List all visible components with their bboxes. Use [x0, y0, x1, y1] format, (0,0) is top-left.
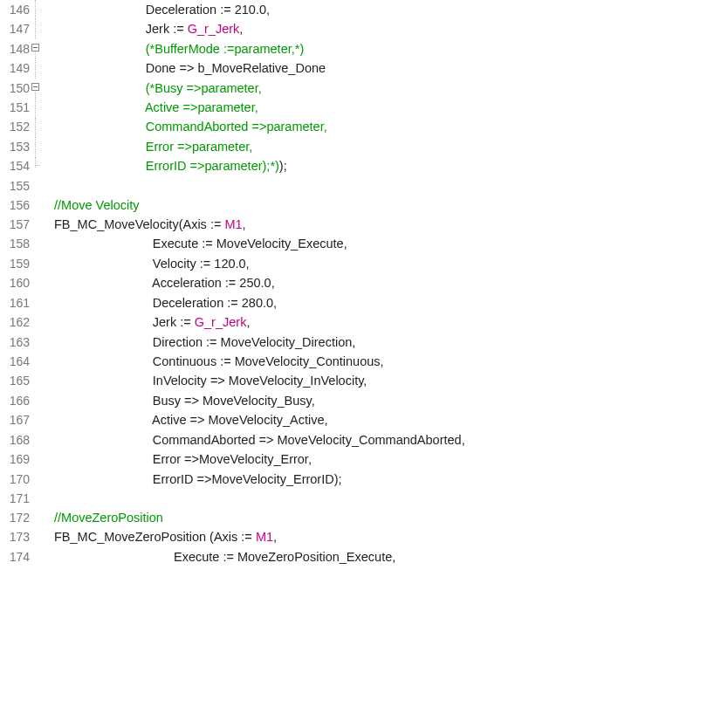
- line-number: 163: [0, 333, 31, 352]
- code-token: CommandAborted => MoveVelocity_CommandAb…: [54, 433, 465, 447]
- code-line[interactable]: 154 ErrorID =>parameter);*));: [0, 157, 728, 176]
- code-content[interactable]: Velocity := 120.0,: [51, 254, 728, 273]
- code-content[interactable]: Error =>parameter,: [51, 137, 728, 156]
- code-content[interactable]: ErrorID =>MoveVelocity_ErrorID);: [51, 470, 728, 489]
- line-number: 147: [0, 19, 31, 38]
- code-content[interactable]: [51, 489, 728, 508]
- code-token: FB_MC_MoveZeroPosition (Axis :=: [54, 530, 256, 544]
- code-line[interactable]: 162 Jerk := G_r_Jerk,: [0, 312, 728, 332]
- code-content[interactable]: (*Busy =>parameter,: [51, 79, 728, 98]
- code-content[interactable]: FB_MC_MoveVelocity(Axis := M1,: [51, 215, 728, 234]
- code-content[interactable]: Deceleration := 280.0,: [51, 293, 728, 312]
- code-token: Deceleration := 210.0,: [54, 3, 270, 17]
- fold-gutter: [31, 118, 51, 137]
- code-line[interactable]: 156//Move Velocity: [0, 196, 728, 215]
- code-editor[interactable]: 146 Deceleration := 210.0,147 Jerk := G_…: [0, 0, 728, 566]
- code-content[interactable]: CommandAborted => MoveVelocity_CommandAb…: [51, 430, 728, 450]
- code-line[interactable]: 172//MoveZeroPosition: [0, 508, 728, 527]
- code-content[interactable]: [51, 176, 728, 196]
- line-number: 164: [0, 352, 31, 371]
- code-content[interactable]: Execute := MoveZeroPosition_Execute,: [51, 547, 728, 566]
- code-line[interactable]: 168 CommandAborted => MoveVelocity_Comma…: [0, 430, 728, 450]
- code-line[interactable]: 174 Execute := MoveZeroPosition_Execute,: [0, 547, 728, 566]
- code-line[interactable]: 159 Velocity := 120.0,: [0, 254, 728, 273]
- code-line[interactable]: 169 Error =>MoveVelocity_Error,: [0, 450, 728, 469]
- fold-gutter: [31, 235, 51, 254]
- code-line[interactable]: 165 InVelocity => MoveVelocity_InVelocit…: [0, 372, 728, 391]
- code-line[interactable]: 152 CommandAborted =>parameter,: [0, 118, 728, 137]
- code-token: Direction := MoveVelocity_Direction,: [54, 335, 355, 349]
- code-line[interactable]: 161 Deceleration := 280.0,: [0, 293, 728, 312]
- code-line[interactable]: 163 Direction := MoveVelocity_Direction,: [0, 333, 728, 352]
- code-line[interactable]: 167 Active => MoveVelocity_Active,: [0, 411, 728, 430]
- code-content[interactable]: //MoveZeroPosition: [51, 508, 728, 527]
- fold-gutter: [31, 19, 51, 38]
- code-line[interactable]: 147 Jerk := G_r_Jerk,: [0, 19, 728, 38]
- code-line[interactable]: 148 (*BufferMode :=parameter,*): [0, 39, 728, 58]
- code-token: Execute := MoveZeroPosition_Execute,: [54, 550, 395, 564]
- code-token: (*BufferMode :=parameter,*): [146, 42, 304, 56]
- code-content[interactable]: InVelocity => MoveVelocity_InVelocity,: [51, 372, 728, 391]
- code-content[interactable]: Execute := MoveVelocity_Execute,: [51, 235, 728, 254]
- code-line[interactable]: 171: [0, 489, 728, 508]
- line-number: 154: [0, 157, 31, 176]
- code-content[interactable]: Acceleration := 250.0,: [51, 273, 728, 292]
- code-token: [54, 120, 146, 134]
- code-content[interactable]: (*BufferMode :=parameter,*): [51, 39, 728, 58]
- fold-gutter: [31, 176, 51, 196]
- code-line[interactable]: 164 Continuous := MoveVelocity_Continuou…: [0, 352, 728, 371]
- code-token: ,: [246, 315, 250, 329]
- fold-gutter: [31, 254, 51, 273]
- fold-gutter: [31, 98, 51, 117]
- code-line[interactable]: 146 Deceleration := 210.0,: [0, 0, 728, 19]
- line-number: 170: [0, 470, 31, 489]
- code-line[interactable]: 153 Error =>parameter,: [0, 137, 728, 156]
- fold-gutter: [31, 79, 51, 98]
- code-line[interactable]: 149 Done => b_MoveRelative_Done: [0, 58, 728, 78]
- code-content[interactable]: Direction := MoveVelocity_Direction,: [51, 333, 728, 352]
- code-line[interactable]: 155: [0, 176, 728, 196]
- code-token: Error =>parameter,: [146, 140, 253, 154]
- code-line[interactable]: 158 Execute := MoveVelocity_Execute,: [0, 235, 728, 254]
- code-line[interactable]: 166 Busy => MoveVelocity_Busy,: [0, 391, 728, 410]
- code-line[interactable]: 173FB_MC_MoveZeroPosition (Axis := M1,: [0, 528, 728, 547]
- code-content[interactable]: Active =>parameter,: [51, 98, 728, 117]
- line-number: 172: [0, 508, 31, 527]
- line-number: 157: [0, 215, 31, 234]
- code-token: M1: [256, 530, 273, 544]
- code-content[interactable]: Active => MoveVelocity_Active,: [51, 411, 728, 430]
- code-content[interactable]: //Move Velocity: [51, 196, 728, 215]
- code-line[interactable]: 160 Acceleration := 250.0,: [0, 273, 728, 292]
- code-content[interactable]: ErrorID =>parameter);*));: [51, 157, 728, 176]
- code-content[interactable]: Jerk := G_r_Jerk,: [51, 312, 728, 332]
- line-number: 160: [0, 273, 31, 292]
- code-token: Busy => MoveVelocity_Busy,: [54, 394, 315, 408]
- code-token: );: [279, 159, 287, 173]
- code-token: FB_MC_MoveVelocity(Axis :=: [54, 217, 224, 231]
- code-token: M1: [224, 217, 242, 231]
- code-content[interactable]: Error =>MoveVelocity_Error,: [51, 450, 728, 469]
- code-content[interactable]: Busy => MoveVelocity_Busy,: [51, 391, 728, 410]
- fold-gutter: [31, 215, 51, 234]
- code-content[interactable]: Done => b_MoveRelative_Done: [51, 58, 728, 78]
- code-line[interactable]: 150 (*Busy =>parameter,: [0, 79, 728, 98]
- code-content[interactable]: Deceleration := 210.0,: [51, 0, 728, 19]
- fold-gutter: [31, 333, 51, 352]
- fold-toggle-icon[interactable]: [31, 83, 39, 91]
- fold-gutter: [31, 58, 51, 78]
- code-content[interactable]: CommandAborted =>parameter,: [51, 118, 728, 137]
- fold-gutter: [31, 489, 51, 508]
- code-line[interactable]: 151 Active =>parameter,: [0, 98, 728, 117]
- line-number: 167: [0, 411, 31, 430]
- fold-toggle-icon[interactable]: [31, 44, 39, 51]
- code-content[interactable]: FB_MC_MoveZeroPosition (Axis := M1,: [51, 528, 728, 547]
- fold-gutter: [31, 273, 51, 292]
- code-content[interactable]: Jerk := G_r_Jerk,: [51, 19, 728, 38]
- code-content[interactable]: Continuous := MoveVelocity_Continuous,: [51, 352, 728, 371]
- fold-gutter: [31, 411, 51, 430]
- code-token: ,: [273, 530, 277, 544]
- code-line[interactable]: 170 ErrorID =>MoveVelocity_ErrorID);: [0, 470, 728, 489]
- code-token: Done => b_MoveRelative_Done: [54, 61, 326, 75]
- fold-gutter: [31, 352, 51, 371]
- code-line[interactable]: 157FB_MC_MoveVelocity(Axis := M1,: [0, 215, 728, 234]
